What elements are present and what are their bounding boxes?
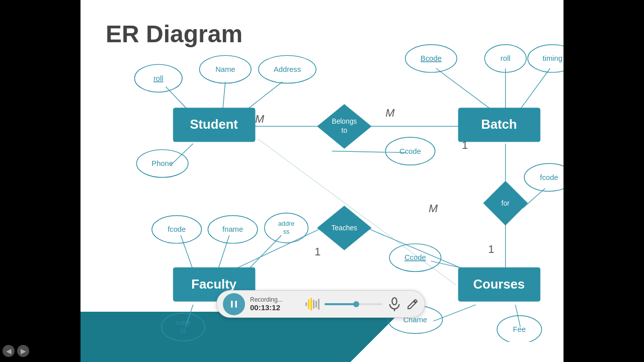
forward-arrow-button[interactable]: ▶ xyxy=(17,345,29,357)
svg-text:Fee: Fee xyxy=(513,325,526,333)
progress-track[interactable] xyxy=(325,303,382,305)
svg-text:subje: subje xyxy=(176,319,191,326)
recording-bar: Recording... 00:13:12 xyxy=(216,290,425,318)
svg-text:fcode: fcode xyxy=(168,225,186,233)
svg-text:Teaches: Teaches xyxy=(332,224,357,232)
right-sidebar xyxy=(564,0,644,362)
main-slide: ER Diagram xyxy=(80,0,564,362)
svg-text:Batch: Batch xyxy=(481,117,517,131)
svg-rect-79 xyxy=(235,301,237,307)
svg-line-4 xyxy=(248,82,282,109)
svg-text:fcode: fcode xyxy=(540,173,558,182)
svg-line-13 xyxy=(233,228,322,270)
left-sidebar: ◀ ▶ xyxy=(0,0,80,362)
recording-info: Recording... 00:13:12 xyxy=(250,296,300,312)
svg-line-14 xyxy=(367,228,466,270)
svg-text:to: to xyxy=(342,127,348,134)
vol-bar-6 xyxy=(318,299,319,310)
vol-bar-4 xyxy=(313,300,314,309)
svg-line-20 xyxy=(434,305,476,321)
svg-text:ct: ct xyxy=(181,327,186,334)
back-arrow-button[interactable]: ◀ xyxy=(3,345,15,357)
svg-text:Ccode: Ccode xyxy=(405,253,426,261)
svg-text:Address: Address xyxy=(274,65,301,73)
svg-text:roll: roll xyxy=(501,54,511,62)
svg-text:Faculty: Faculty xyxy=(191,277,236,291)
recording-time: 00:13:12 xyxy=(250,303,300,312)
svg-text:Phone: Phone xyxy=(151,159,173,167)
vol-bar-2 xyxy=(308,299,309,309)
recording-label: Recording... xyxy=(250,296,300,303)
pause-button[interactable] xyxy=(223,293,245,315)
pencil-icon[interactable] xyxy=(407,298,419,310)
svg-text:1: 1 xyxy=(488,243,494,255)
mic-icon[interactable] xyxy=(387,297,401,311)
svg-text:1: 1 xyxy=(314,245,320,258)
svg-line-9 xyxy=(332,151,407,153)
svg-text:M: M xyxy=(385,107,395,119)
svg-line-22 xyxy=(258,139,456,285)
svg-line-17 xyxy=(248,235,281,270)
svg-text:Belongs: Belongs xyxy=(332,118,357,125)
svg-text:M: M xyxy=(255,113,265,125)
svg-text:for: for xyxy=(502,200,510,207)
progress-fill xyxy=(325,303,356,305)
vol-bar-5 xyxy=(315,301,317,308)
progress-thumb xyxy=(353,301,359,307)
page-title: ER Diagram xyxy=(106,20,243,48)
pause-icon xyxy=(229,299,239,309)
svg-text:timing: timing xyxy=(543,54,562,62)
svg-rect-78 xyxy=(231,301,232,307)
svg-text:M: M xyxy=(429,202,438,215)
svg-line-6 xyxy=(436,68,491,109)
svg-text:Student: Student xyxy=(190,117,238,131)
vol-bar-3 xyxy=(310,298,312,311)
svg-text:Bcode: Bcode xyxy=(421,54,442,62)
svg-point-80 xyxy=(392,298,396,305)
nav-arrows: ◀ ▶ xyxy=(3,345,29,357)
svg-text:1: 1 xyxy=(462,139,468,151)
svg-line-3 xyxy=(223,82,225,109)
svg-text:Name: Name xyxy=(215,65,235,73)
svg-text:roll: roll xyxy=(153,74,164,82)
vol-bar-1 xyxy=(305,302,307,306)
volume-indicator xyxy=(305,297,319,312)
svg-line-12 xyxy=(523,188,545,208)
svg-text:addre: addre xyxy=(278,220,295,227)
svg-line-16 xyxy=(218,235,229,270)
svg-text:fname: fname xyxy=(222,225,243,233)
svg-text:Ccode: Ccode xyxy=(399,147,421,155)
svg-line-8 xyxy=(520,68,550,109)
svg-text:Courses: Courses xyxy=(473,277,525,291)
svg-text:ss: ss xyxy=(283,228,290,235)
